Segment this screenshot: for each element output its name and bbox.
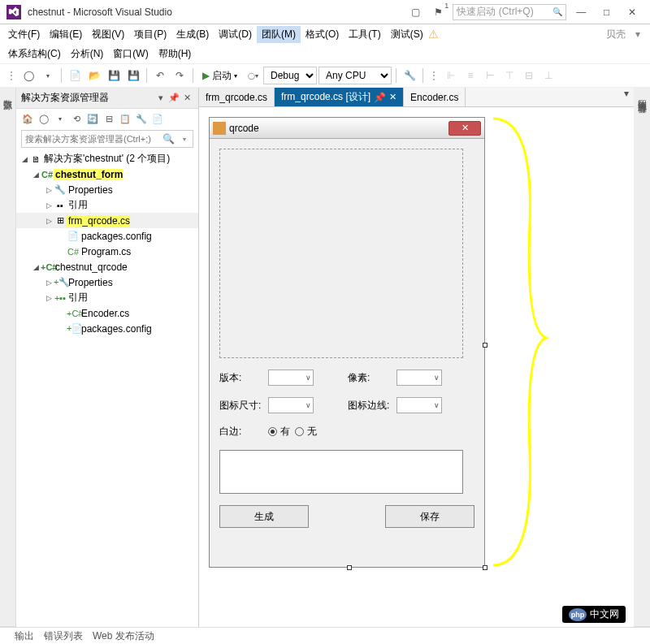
- left-tab-datasources[interactable]: 数据源: [0, 88, 15, 627]
- warning-icon[interactable]: ⚠: [428, 28, 439, 41]
- save-all-button[interactable]: 💾: [124, 67, 142, 84]
- start-debug-button[interactable]: ▶ 启动 ▾: [197, 67, 242, 84]
- tree-project-2[interactable]: ◢+C# chestnut_qrcode: [16, 259, 198, 274]
- menu-test[interactable]: 测试(S): [386, 26, 428, 43]
- forward-button[interactable]: ▾: [39, 67, 57, 84]
- radio-yes[interactable]: 有: [268, 425, 290, 439]
- tree-item[interactable]: +C# Encoder.cs: [16, 305, 198, 321]
- tree-item[interactable]: ▷+🔧 Properties: [16, 274, 198, 290]
- collapse-icon[interactable]: ⊟: [102, 112, 115, 125]
- menu-project[interactable]: 项目(P): [129, 26, 171, 43]
- explorer-pin-icon[interactable]: 📌: [167, 93, 180, 103]
- menu-tools[interactable]: 工具(T): [344, 26, 385, 43]
- close-button[interactable]: ✕: [621, 6, 644, 18]
- config-select[interactable]: Debug: [263, 67, 317, 84]
- tree-solution[interactable]: ◢🗎 解决方案'chestnut' (2 个项目): [16, 151, 198, 166]
- menu-help[interactable]: 帮助(H): [154, 45, 197, 63]
- tree-item[interactable]: ▷🔧 Properties: [16, 182, 198, 197]
- menu-view[interactable]: 视图(V): [87, 26, 129, 43]
- redo-button[interactable]: ↷: [171, 67, 188, 84]
- menu-team[interactable]: 团队(M): [257, 26, 301, 43]
- tab-close-icon[interactable]: ✕: [389, 92, 396, 102]
- feedback-icon[interactable]: ▢: [404, 3, 427, 21]
- extension-button[interactable]: 🔧: [401, 67, 418, 84]
- annotation-brace: [485, 110, 550, 573]
- tree-item-selected[interactable]: ▷⊞ frm_qrcode.cs: [16, 213, 198, 228]
- menu-format[interactable]: 格式(O): [301, 26, 344, 43]
- generate-button[interactable]: 生成: [219, 505, 309, 528]
- main-menu: 文件(F) 编辑(E) 视图(V) 项目(P) 生成(B) 调试(D) 团队(M…: [0, 24, 650, 44]
- undo-button[interactable]: ↶: [151, 67, 169, 84]
- search-drop-icon[interactable]: ▾: [176, 136, 193, 143]
- explorer-dropdown-icon[interactable]: ▾: [154, 93, 167, 103]
- back-icon[interactable]: ◯: [37, 112, 50, 125]
- save-button[interactable]: 💾: [105, 67, 123, 84]
- menu-analyze[interactable]: 分析(N): [66, 45, 109, 63]
- show-all-icon[interactable]: 📋: [119, 112, 132, 125]
- tree-item[interactable]: 📄 packages.config: [16, 228, 198, 244]
- home-icon[interactable]: 🏠: [21, 112, 34, 125]
- tree-item[interactable]: +📄 packages.config: [16, 321, 198, 336]
- back-button[interactable]: ◯: [20, 67, 37, 84]
- explorer-search[interactable]: 🔍 ▾: [21, 130, 193, 148]
- maximize-button[interactable]: □: [596, 6, 618, 18]
- resize-handle[interactable]: [483, 565, 488, 570]
- tab-errors[interactable]: 错误列表: [44, 629, 83, 644]
- tree-item[interactable]: ▷▪▪ 引用: [16, 197, 198, 213]
- solution-explorer: 解决方案资源管理器 ▾ 📌 ✕ 🏠 ◯ ▾ ⟲ 🔄 ⊟ 📋 🔧 📄 🔍 ▾ ◢🗎…: [16, 88, 199, 627]
- tree-item[interactable]: ▷+▪▪ 引用: [16, 290, 198, 305]
- tab-web-publish[interactable]: Web 发布活动: [93, 629, 154, 644]
- editor-tab-active[interactable]: frm_qrcode.cs [设计] 📌 ✕: [275, 88, 404, 106]
- sync-icon[interactable]: ⟲: [70, 112, 83, 125]
- save-button[interactable]: 保存: [385, 505, 474, 528]
- form-designer-canvas[interactable]: qrcode ✕ 版本: ∨ 像素: ∨ 图标尺寸: ∨: [199, 107, 634, 627]
- text-input[interactable]: [219, 450, 463, 494]
- explorer-title: 解决方案资源管理器: [21, 91, 154, 105]
- window-title: chestnut - Microsoft Visual Studio: [28, 6, 172, 18]
- menu-file[interactable]: 文件(F): [3, 26, 45, 43]
- menu-debug[interactable]: 调试(D): [214, 26, 257, 43]
- solution-tree: ◢🗎 解决方案'chestnut' (2 个项目) ◢C# chestnut_f…: [16, 149, 198, 338]
- properties-icon[interactable]: 🔧: [135, 112, 148, 125]
- open-button[interactable]: 📂: [85, 67, 103, 84]
- menu-window[interactable]: 窗口(W): [108, 45, 153, 63]
- pin-icon[interactable]: 📌: [374, 92, 386, 103]
- main-menu-2: 体系结构(C) 分析(N) 窗口(W) 帮助(H): [0, 44, 650, 63]
- tree-project-1[interactable]: ◢C# chestnut_form: [16, 166, 198, 182]
- radio-no[interactable]: 无: [295, 425, 317, 439]
- editor-tab[interactable]: frm_qrcode.cs: [199, 88, 275, 106]
- form-icon: [213, 122, 226, 135]
- editor-tab[interactable]: Encoder.cs: [404, 88, 466, 106]
- explorer-close-icon[interactable]: ✕: [180, 93, 193, 103]
- align-center-button: ≡: [462, 67, 479, 84]
- explorer-search-input[interactable]: [22, 134, 160, 144]
- new-project-button[interactable]: 📄: [66, 67, 84, 84]
- menu-edit[interactable]: 编辑(E): [45, 26, 87, 43]
- align-bottom-button: ⊥: [540, 67, 557, 84]
- resize-handle[interactable]: [483, 343, 488, 348]
- resize-handle[interactable]: [347, 565, 352, 570]
- quick-launch-input[interactable]: 快速启动 (Ctrl+Q) 🔍: [453, 4, 566, 20]
- minimize-button[interactable]: —: [570, 6, 592, 18]
- design-form[interactable]: qrcode ✕ 版本: ∨ 像素: ∨ 图标尺寸: ∨: [209, 117, 485, 568]
- play-icon: ▶: [202, 70, 210, 81]
- preview-icon[interactable]: 📄: [151, 112, 164, 125]
- tab-output[interactable]: 输出: [15, 629, 34, 644]
- user-dropdown-icon[interactable]: ▾: [635, 28, 647, 40]
- combo-icon-size[interactable]: ∨: [268, 397, 314, 413]
- tree-item[interactable]: C# Program.cs: [16, 244, 198, 259]
- browser-select[interactable]: ◯▾: [244, 67, 262, 84]
- tab-overflow-icon[interactable]: ▾: [619, 88, 634, 106]
- combo-version[interactable]: ∨: [268, 370, 314, 386]
- platform-select[interactable]: Any CPU: [318, 67, 392, 84]
- refresh-icon[interactable]: 🔄: [86, 112, 99, 125]
- label-pixel: 像素:: [348, 371, 392, 385]
- combo-icon-border[interactable]: ∨: [396, 397, 442, 413]
- right-tab-team[interactable]: 团队资源管理器: [635, 88, 650, 627]
- notifications-flag-icon[interactable]: ⚑1: [427, 3, 449, 21]
- menu-build[interactable]: 生成(B): [171, 26, 214, 43]
- combo-pixel[interactable]: ∨: [396, 370, 442, 386]
- notification-user[interactable]: 贝壳: [596, 28, 635, 41]
- picture-box[interactable]: [219, 149, 463, 358]
- menu-architecture[interactable]: 体系结构(C): [3, 45, 66, 63]
